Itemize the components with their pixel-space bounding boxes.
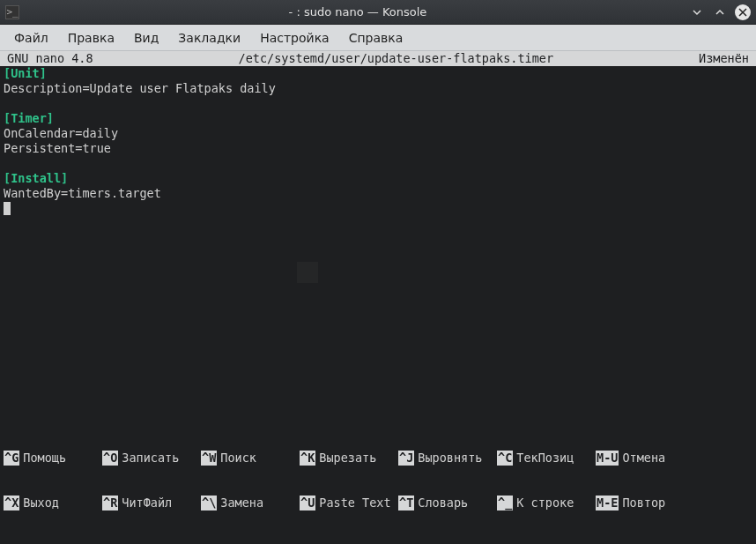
section-unit: [Unit] xyxy=(4,66,47,80)
shortcut-row-1: ^GПомощь ^OЗаписать ^WПоиск ^KВырезать ^… xyxy=(4,451,752,466)
terminal-icon: >_ xyxy=(5,5,19,19)
shortcut-redo: M-EПовтор xyxy=(596,496,694,510)
shortcut-curpos: ^CТекПозиц xyxy=(497,451,596,466)
nano-shortcut-bar: ^GПомощь ^OЗаписать ^WПоиск ^KВырезать ^… xyxy=(0,421,756,544)
close-icon xyxy=(738,8,747,17)
menu-file[interactable]: Файл xyxy=(5,27,57,48)
close-button[interactable] xyxy=(735,4,751,20)
shortcut-help: ^GПомощь xyxy=(4,451,102,466)
nano-version: GNU nano 4.8 xyxy=(7,51,93,66)
section-install: [Install] xyxy=(4,171,68,185)
menu-settings[interactable]: Настройка xyxy=(251,27,338,48)
minimize-button[interactable] xyxy=(689,4,705,20)
shortcut-undo: M-UОтмена xyxy=(596,451,694,466)
section-timer: [Timer] xyxy=(4,111,54,125)
nano-header-bar: GNU nano 4.8 /etc/systemd/user/update-us… xyxy=(0,51,756,66)
nano-filepath: /etc/systemd/user/update-user-flatpaks.t… xyxy=(93,51,700,66)
shortcut-exit: ^XВыход xyxy=(4,496,102,510)
shortcut-writeout: ^OЗаписать xyxy=(102,451,201,466)
shortcut-replace: ^\Замена xyxy=(201,496,300,510)
nano-editor-body[interactable]: [Unit] Description=Update user Flatpaks … xyxy=(0,66,756,421)
text-cursor xyxy=(4,202,11,215)
shortcut-spell: ^TСловарь xyxy=(398,496,497,510)
timer-body: OnCalendar=daily Persistent=true xyxy=(4,126,118,155)
shortcut-gotoline: ^_К строке xyxy=(497,496,596,510)
chevron-down-icon xyxy=(692,7,702,18)
menu-edit[interactable]: Правка xyxy=(59,27,123,48)
window-titlebar: >_ - : sudo nano — Konsole xyxy=(0,0,756,25)
menubar: Файл Правка Вид Закладки Настройка Справ… xyxy=(0,25,756,51)
menu-help[interactable]: Справка xyxy=(340,27,412,48)
terminal-area[interactable]: GNU nano 4.8 /etc/systemd/user/update-us… xyxy=(0,51,756,544)
shortcut-justify: ^JВыровнять xyxy=(398,451,497,466)
window-title: - : sudo nano — Konsole xyxy=(26,5,689,19)
shortcut-search: ^WПоиск xyxy=(201,451,300,466)
install-body: WantedBy=timers.target xyxy=(4,186,161,200)
nano-modified-indicator: Изменён xyxy=(699,51,749,66)
unit-body: Description=Update user Flatpaks daily xyxy=(4,81,276,95)
chevron-up-icon xyxy=(715,7,725,18)
shortcut-paste: ^UPaste Text xyxy=(300,496,398,510)
maximize-button[interactable] xyxy=(712,4,728,20)
window-controls xyxy=(689,4,751,20)
shortcut-row-2: ^XВыход ^RЧитФайл ^\Замена ^UPaste Text … xyxy=(4,496,752,510)
overlay-artifact xyxy=(297,262,318,283)
shortcut-cut: ^KВырезать xyxy=(300,451,398,466)
menu-view[interactable]: Вид xyxy=(125,27,167,48)
shortcut-readfile: ^RЧитФайл xyxy=(102,496,201,510)
menu-bookmarks[interactable]: Закладки xyxy=(169,27,249,48)
